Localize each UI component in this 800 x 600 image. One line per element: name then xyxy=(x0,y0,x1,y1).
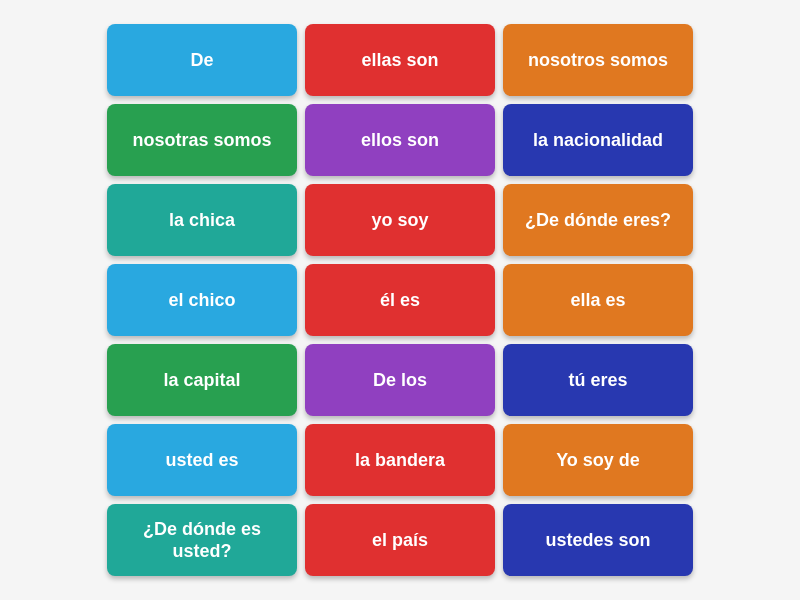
card-la-capital[interactable]: la capital xyxy=(107,344,297,416)
card-la-bandera[interactable]: la bandera xyxy=(305,424,495,496)
card-usted-es[interactable]: usted es xyxy=(107,424,297,496)
card-la-nacionalidad[interactable]: la nacionalidad xyxy=(503,104,693,176)
card-yo-soy-de[interactable]: Yo soy de xyxy=(503,424,693,496)
word-grid: Deellas sonnosotros somosnosotras somose… xyxy=(91,8,709,592)
card-el-chico[interactable]: el chico xyxy=(107,264,297,336)
card-de-donde-eres[interactable]: ¿De dónde eres? xyxy=(503,184,693,256)
card-nosotros-somos[interactable]: nosotros somos xyxy=(503,24,693,96)
card-tu-eres[interactable]: tú eres xyxy=(503,344,693,416)
card-el-es[interactable]: él es xyxy=(305,264,495,336)
card-ustedes-son[interactable]: ustedes son xyxy=(503,504,693,576)
card-ella-es[interactable]: ella es xyxy=(503,264,693,336)
card-la-chica[interactable]: la chica xyxy=(107,184,297,256)
card-de-los[interactable]: De los xyxy=(305,344,495,416)
card-el-pais[interactable]: el país xyxy=(305,504,495,576)
card-yo-soy[interactable]: yo soy xyxy=(305,184,495,256)
card-ellos-son[interactable]: ellos son xyxy=(305,104,495,176)
card-de[interactable]: De xyxy=(107,24,297,96)
card-ellas-son[interactable]: ellas son xyxy=(305,24,495,96)
card-nosotras-somos[interactable]: nosotras somos xyxy=(107,104,297,176)
card-de-donde-es-usted[interactable]: ¿De dónde es usted? xyxy=(107,504,297,576)
